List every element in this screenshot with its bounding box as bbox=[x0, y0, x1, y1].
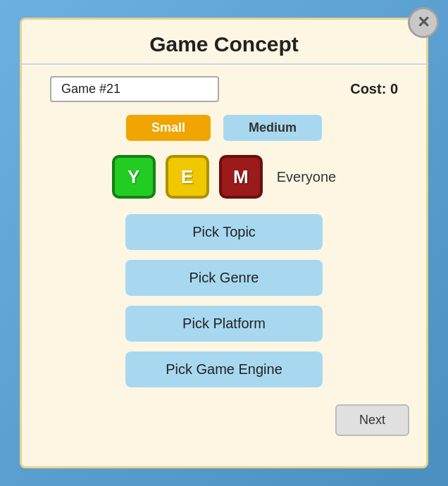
modal-title: Game Concept bbox=[22, 20, 426, 65]
cost-display: Cost: 0 bbox=[350, 81, 398, 97]
modal-container: ✕ Game Concept Cost: 0 Small Medium Y E … bbox=[20, 18, 428, 468]
rating-y-button[interactable]: Y bbox=[112, 155, 156, 199]
close-button[interactable]: ✕ bbox=[408, 7, 439, 38]
rating-e-button[interactable]: E bbox=[166, 155, 209, 199]
rating-everyone-label: Everyone bbox=[277, 169, 337, 185]
footer-row: Next bbox=[22, 397, 426, 436]
pick-topic-button[interactable]: Pick Topic bbox=[125, 214, 323, 250]
pick-genre-button[interactable]: Pick Genre bbox=[125, 260, 323, 296]
pick-engine-button[interactable]: Pick Game Engine bbox=[125, 351, 323, 387]
name-cost-row: Cost: 0 bbox=[22, 76, 426, 102]
next-button[interactable]: Next bbox=[335, 404, 409, 436]
size-small-button[interactable]: Small bbox=[126, 115, 211, 141]
size-row: Small Medium bbox=[22, 115, 426, 141]
size-medium-button[interactable]: Medium bbox=[223, 115, 322, 141]
game-name-input[interactable] bbox=[50, 76, 219, 102]
rating-m-button[interactable]: M bbox=[219, 155, 263, 199]
ratings-row: Y E M Everyone bbox=[22, 155, 426, 199]
pick-platform-button[interactable]: Pick Platform bbox=[125, 306, 323, 342]
